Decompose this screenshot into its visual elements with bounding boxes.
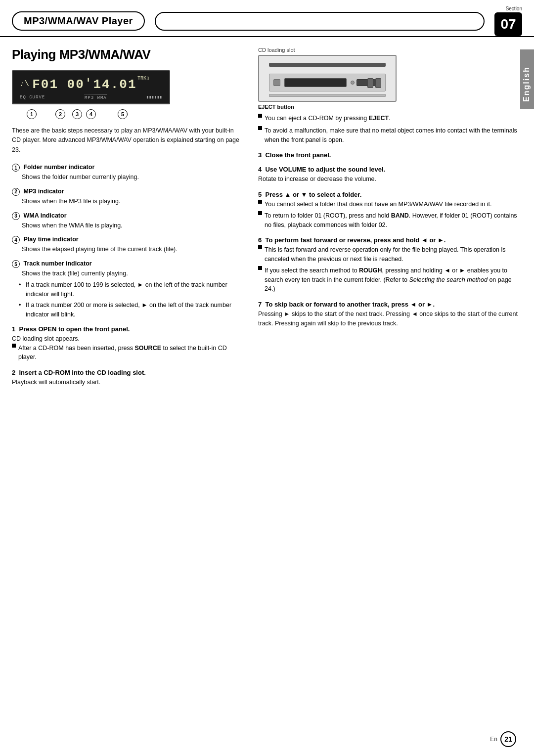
callout-5: 5 <box>118 109 128 119</box>
step6-sq-bullet-2-icon <box>258 266 262 270</box>
step-4-desc: Rotate to increase or decrease the volum… <box>258 175 522 184</box>
intro-text: These are the basic steps necessary to p… <box>12 126 242 155</box>
step-1-desc: CD loading slot appears. <box>12 334 242 344</box>
step-7-desc: Pressing ► skips to the start of the nex… <box>258 310 522 328</box>
step-6-bullet-2: If you select the search method to ROUGH… <box>258 266 522 294</box>
page-title: Playing MP3/WMA/WAV <box>12 47 242 62</box>
step-6-bullet-1: This is fast forward and reverse operati… <box>258 245 522 264</box>
display-simulation: ♪\ F01 00ˈ14.01 TRK▯ EQ CURVE MP3 WMA ▮▮… <box>12 70 170 104</box>
main-content: Playing MP3/WMA/WAV ♪\ F01 00ˈ14.01 TRK▯… <box>0 37 534 404</box>
page-header: MP3/WMA/WAV Player Section 07 <box>0 0 534 37</box>
device-right-btn <box>375 78 381 88</box>
step-4-title: 4 Use VOLUME to adjust the sound level. <box>258 166 522 173</box>
indicator-2-desc: Shows when the MP3 file is playing. <box>22 197 242 206</box>
device-bottom-bar <box>269 94 386 97</box>
step-5-title: 5 Press ▲ or ▼ to select a folder. <box>258 191 522 198</box>
device-illustration <box>258 55 397 102</box>
device-mid-area <box>269 74 386 91</box>
step5-sq-bullet-1-icon <box>258 200 262 204</box>
indicator-5: 5 Track number indicator Shows the track… <box>12 260 242 319</box>
page-footer: En 21 <box>490 731 516 747</box>
step-1-bullet-1: After a CD-ROM has been inserted, press … <box>12 344 242 362</box>
indicator-5-bullet-2: If a track number 200 or more is selecte… <box>19 301 242 319</box>
callout-3: 3 <box>72 109 82 119</box>
step-6-title: 6 To perform fast forward or reverse, pr… <box>258 236 522 244</box>
callout-row: 1 2 3 4 5 <box>12 107 170 126</box>
eject-sq-bullet-2-icon <box>258 126 262 130</box>
note-icon: ♪\ <box>20 80 29 89</box>
indicator-4-num: 4 <box>12 236 20 244</box>
indicator-2: 2 MP3 indicator Shows when the MP3 file … <box>12 188 242 206</box>
eject-bullet-1: You can eject a CD-ROM by pressing EJECT… <box>258 114 522 123</box>
indicator-5-num: 5 <box>12 260 20 268</box>
indicator-2-title: 2 MP3 indicator <box>12 188 242 196</box>
callout-1: 1 <box>27 109 37 119</box>
display-eq-label: EQ CURVE <box>20 95 45 100</box>
header-spacer <box>155 12 485 31</box>
step-5-bullet-1-text: You cannot select a folder that does not… <box>265 200 522 209</box>
eject-bullet-1-text: You can eject a CD-ROM by pressing EJECT… <box>265 114 522 123</box>
footer-page-number: 21 <box>500 731 516 747</box>
step-1-bullet-text: After a CD-ROM has been inserted, press … <box>18 344 242 362</box>
footer-en-label: En <box>490 736 497 743</box>
cd-top-slot <box>269 63 386 67</box>
step-3: 3 Close the front panel. <box>258 151 522 159</box>
indicator-1-num: 1 <box>12 164 20 172</box>
step-7-title: 7 To skip back or forward to another tra… <box>258 301 522 308</box>
eject-sq-bullet-1-icon <box>258 114 262 118</box>
step-4: 4 Use VOLUME to adjust the sound level. … <box>258 166 522 184</box>
section-box: Section 07 <box>494 6 522 36</box>
indicator-3: 3 WMA indicator Shows when the WMA file … <box>12 212 242 230</box>
eject-label: EJECT button <box>258 104 522 110</box>
callout-4: 4 <box>86 109 96 119</box>
step-6-bullet-2-text: If you select the search method to ROUGH… <box>265 266 522 294</box>
step-5: 5 Press ▲ or ▼ to select a folder. You c… <box>258 191 522 229</box>
device-right-btn2 <box>367 78 373 88</box>
indicator-4-title: 4 Play time indicator <box>12 236 242 244</box>
step-7: 7 To skip back or forward to another tra… <box>258 301 522 328</box>
device-led <box>351 81 355 85</box>
indicator-2-num: 2 <box>12 188 20 196</box>
step-5-bullet-2-text: To return to folder 01 (ROOT), press and… <box>265 211 522 230</box>
section-label: Section <box>506 6 522 11</box>
indicator-4-desc: Shows the elapsed playing time of the cu… <box>22 245 242 254</box>
indicator-4: 4 Play time indicator Shows the elapsed … <box>12 236 242 254</box>
indicator-3-num: 3 <box>12 212 20 220</box>
english-sidebar-label: English <box>520 49 534 109</box>
step-5-bullet-2: To return to folder 01 (ROOT), press and… <box>258 211 522 230</box>
indicator-1-desc: Shows the folder number currently playin… <box>22 173 242 182</box>
indicator-5-bullets: If a track number 100 to 199 is selected… <box>12 280 242 319</box>
indicator-3-title: 3 WMA indicator <box>12 212 242 220</box>
device-small-btn-1 <box>273 79 280 86</box>
display-trk-label: TRK▯ <box>137 75 149 81</box>
display-bar: ▮▮▮▮▮▮ <box>146 94 162 100</box>
left-column: Playing MP3/WMA/WAV ♪\ F01 00ˈ14.01 TRK▯… <box>12 47 254 394</box>
device-display-small <box>284 78 347 87</box>
indicator-3-desc: Shows when the WMA file is playing. <box>22 221 242 230</box>
indicator-1-title: 1 Folder number indicator <box>12 164 242 172</box>
display-mp3wma-label: MP3 WMA <box>85 94 107 100</box>
section-number: 07 <box>494 12 522 36</box>
eject-bullet-2: To avoid a malfunction, make sure that n… <box>258 126 522 145</box>
step-1-title: 1 Press OPEN to open the front panel. <box>12 325 242 333</box>
right-column: CD loading slot EJECT button <box>254 47 522 394</box>
callout-2: 2 <box>55 109 65 119</box>
step5-sq-bullet-2-icon <box>258 211 262 215</box>
header-title: MP3/WMA/WAV Player <box>12 11 145 31</box>
step-5-bullet-1: You cannot select a folder that does not… <box>258 200 522 209</box>
step6-sq-bullet-1-icon <box>258 245 262 249</box>
eject-bullet-2-text: To avoid a malfunction, make sure that n… <box>265 126 522 145</box>
display-main-text: F01 00ˈ14.01 <box>32 76 136 92</box>
step-3-title: 3 Close the front panel. <box>258 151 522 159</box>
step-1: 1 Press OPEN to open the front panel. CD… <box>12 325 242 362</box>
square-bullet-icon <box>12 344 16 348</box>
step-2: 2 Insert a CD-ROM into the CD loading sl… <box>12 369 242 387</box>
step-2-title: 2 Insert a CD-ROM into the CD loading sl… <box>12 369 242 376</box>
step-6: 6 To perform fast forward or reverse, pr… <box>258 236 522 294</box>
indicator-5-bullet-1: If a track number 100 to 199 is selected… <box>19 280 242 299</box>
indicator-5-title: 5 Track number indicator <box>12 260 242 268</box>
indicator-5-desc: Shows the track (file) currently playing… <box>22 269 242 278</box>
indicator-1: 1 Folder number indicator Shows the fold… <box>12 164 242 182</box>
step-6-bullet-1-text: This is fast forward and reverse operati… <box>265 245 522 264</box>
step-2-desc: Playback will automatically start. <box>12 378 242 387</box>
